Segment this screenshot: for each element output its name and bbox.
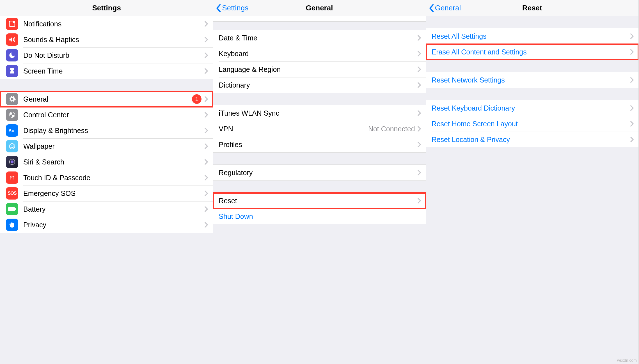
- reset-title: Reset: [522, 4, 542, 12]
- separator: [23, 154, 213, 154]
- siri-icon: [6, 156, 18, 168]
- badge: 1: [192, 94, 201, 104]
- row-label: Sounds & Haptics: [23, 36, 204, 44]
- row-label: Control Center: [23, 111, 204, 119]
- row-label: Profiles: [219, 141, 417, 149]
- general-group-4: ResetShut Down: [213, 193, 425, 224]
- privacy-icon: [6, 219, 18, 231]
- svg-text:A: A: [12, 129, 14, 133]
- row-date-time[interactable]: Date & Time: [213, 30, 425, 46]
- general-group-3: Regulatory: [213, 165, 425, 180]
- chevron-right-icon: [417, 198, 421, 204]
- settings-header: Settings: [0, 0, 213, 16]
- section-gap: [213, 180, 425, 193]
- section-gap: [213, 152, 425, 165]
- row-label: Notifications: [23, 20, 204, 28]
- row-battery[interactable]: Battery: [0, 201, 213, 217]
- svg-point-2: [10, 112, 12, 115]
- chevron-right-icon: [204, 175, 208, 181]
- general-group-1: Date & TimeKeyboardLanguage & RegionDict…: [213, 30, 425, 93]
- separator: [432, 132, 638, 132]
- chevron-right-icon: [204, 21, 208, 27]
- svg-rect-4: [9, 112, 15, 118]
- row-do-not-disturb[interactable]: Do Not Disturb: [0, 47, 213, 63]
- section-gap: [426, 16, 638, 28]
- row-display-brightness[interactable]: AADisplay & Brightness: [0, 123, 213, 138]
- row-label: Reset Keyboard Dictionary: [432, 104, 630, 112]
- chevron-right-icon: [204, 112, 208, 118]
- row-reset-home-screen-layout[interactable]: Reset Home Screen Layout: [426, 116, 638, 132]
- row-label: Privacy: [23, 221, 204, 229]
- row-label: Dictionary: [219, 81, 417, 89]
- chevron-right-icon: [417, 126, 421, 132]
- row-general[interactable]: General1: [0, 91, 213, 107]
- row-control-center[interactable]: Control Center: [0, 107, 213, 123]
- row-label: Date & Time: [219, 34, 417, 42]
- separator: [219, 121, 425, 121]
- back-to-settings[interactable]: Settings: [216, 4, 248, 12]
- row-touch-id-passcode[interactable]: Touch ID & Passcode: [0, 170, 213, 186]
- row-notifications[interactable]: Notifications: [0, 16, 213, 32]
- row-reset[interactable]: Reset: [213, 193, 425, 209]
- partial-row: [213, 16, 425, 22]
- row-itunes-wlan-sync[interactable]: iTunes WLAN Sync: [213, 105, 425, 121]
- chevron-right-icon: [204, 96, 208, 102]
- row-language-region[interactable]: Language & Region: [213, 61, 425, 77]
- row-label: Emergency SOS: [23, 189, 204, 198]
- row-screen-time[interactable]: Screen Time: [0, 63, 213, 79]
- reset-header: General Reset: [426, 0, 638, 16]
- general-group-2: iTunes WLAN SyncVPNNot ConnectedProfiles: [213, 105, 425, 152]
- dnd-icon: [6, 49, 18, 61]
- row-shut-down[interactable]: Shut Down: [213, 209, 425, 224]
- separator: [432, 116, 638, 116]
- svg-rect-12: [15, 208, 16, 210]
- row-dictionary[interactable]: Dictionary: [213, 77, 425, 93]
- chevron-right-icon: [204, 52, 208, 58]
- back-label: Settings: [222, 4, 248, 12]
- row-label: Reset Home Screen Layout: [432, 120, 630, 128]
- row-sounds-haptics[interactable]: Sounds & Haptics: [0, 32, 213, 47]
- chevron-right-icon: [630, 136, 634, 143]
- row-reset-location-privacy[interactable]: Reset Location & Privacy: [426, 132, 638, 147]
- chevron-right-icon: [417, 110, 421, 116]
- sos-icon: SOS: [6, 187, 18, 200]
- separator: [23, 47, 213, 48]
- row-label: Erase All Content and Settings: [432, 48, 630, 56]
- settings-panel: Settings NotificationsSounds & HapticsDo…: [0, 0, 213, 364]
- row-keyboard[interactable]: Keyboard: [213, 46, 425, 61]
- row-label: iTunes WLAN Sync: [219, 109, 417, 117]
- row-erase-all-content-and-settings[interactable]: Erase All Content and Settings: [426, 44, 638, 60]
- row-detail: Not Connected: [368, 125, 415, 133]
- row-label: General: [23, 95, 192, 103]
- chevron-right-icon: [417, 51, 421, 57]
- svg-point-7: [9, 143, 15, 149]
- chevron-right-icon: [204, 68, 208, 74]
- separator: [23, 138, 213, 139]
- row-vpn[interactable]: VPNNot Connected: [213, 121, 425, 137]
- row-regulatory[interactable]: Regulatory: [213, 165, 425, 180]
- svg-rect-11: [8, 207, 15, 211]
- row-privacy[interactable]: Privacy: [0, 217, 213, 233]
- row-emergency-sos[interactable]: SOSEmergency SOS: [0, 186, 213, 201]
- separator: [219, 77, 425, 77]
- settings-group-1: NotificationsSounds & HapticsDo Not Dist…: [0, 16, 213, 79]
- chevron-right-icon: [417, 82, 421, 88]
- row-label: Reset Location & Privacy: [432, 136, 630, 144]
- row-label: Reset Network Settings: [432, 76, 630, 84]
- settings-title: Settings: [92, 4, 121, 12]
- row-label: Reset: [219, 197, 417, 205]
- back-to-general[interactable]: General: [429, 4, 461, 12]
- row-reset-all-settings[interactable]: Reset All Settings: [426, 28, 638, 44]
- row-reset-keyboard-dictionary[interactable]: Reset Keyboard Dictionary: [426, 100, 638, 116]
- chevron-left-icon: [429, 4, 434, 12]
- chevron-right-icon: [630, 121, 634, 127]
- section-gap: [0, 79, 213, 91]
- row-siri-search[interactable]: Siri & Search: [0, 154, 213, 170]
- separator: [219, 61, 425, 62]
- separator: [23, 170, 213, 170]
- chevron-right-icon: [204, 159, 208, 165]
- row-profiles[interactable]: Profiles: [213, 137, 425, 152]
- row-reset-network-settings[interactable]: Reset Network Settings: [426, 72, 638, 88]
- chevron-right-icon: [417, 141, 421, 148]
- row-wallpaper[interactable]: Wallpaper: [0, 138, 213, 154]
